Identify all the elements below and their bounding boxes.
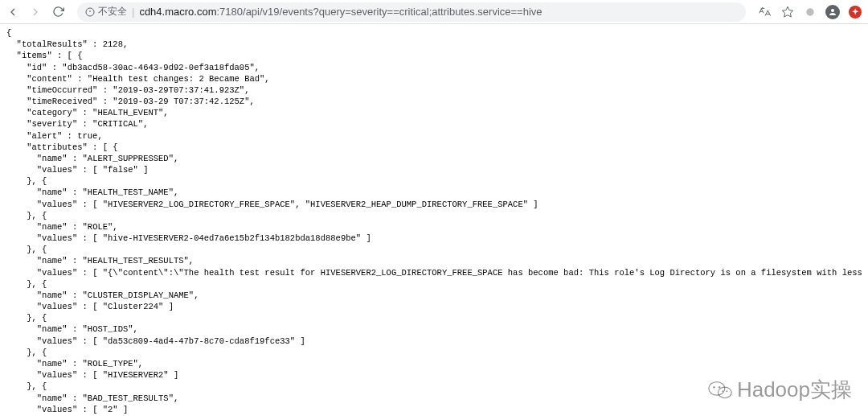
svg-point-4 xyxy=(806,8,813,15)
forward-button[interactable] xyxy=(27,4,43,20)
svg-point-8 xyxy=(713,386,715,389)
svg-point-6 xyxy=(709,382,725,396)
wechat-icon xyxy=(708,380,732,400)
translate-icon[interactable] xyxy=(757,4,773,20)
svg-point-10 xyxy=(722,390,723,392)
address-bar[interactable]: 不安全 | cdh4.macro.com:7180/api/v19/events… xyxy=(77,2,746,22)
star-icon[interactable] xyxy=(780,4,796,20)
svg-marker-3 xyxy=(782,6,792,17)
svg-point-5 xyxy=(831,9,834,12)
avatar-icon[interactable] xyxy=(825,4,841,20)
svg-point-9 xyxy=(719,386,721,389)
reload-button[interactable] xyxy=(50,4,66,20)
svg-point-11 xyxy=(726,390,727,392)
adblock-icon[interactable]: ✦ xyxy=(847,4,863,20)
browser-toolbar: 不安全 | cdh4.macro.com:7180/api/v19/events… xyxy=(0,0,868,24)
url-divider: | xyxy=(132,6,134,18)
watermark: Hadoop实操 xyxy=(708,376,852,404)
extension-icon[interactable] xyxy=(802,4,818,20)
url-text: cdh4.macro.com:7180/api/v19/events?query… xyxy=(139,6,542,18)
insecure-badge: 不安全 xyxy=(85,5,127,19)
back-button[interactable] xyxy=(5,4,21,20)
json-response-body: { "totalResults" : 2128, "items" : [ { "… xyxy=(0,24,868,416)
